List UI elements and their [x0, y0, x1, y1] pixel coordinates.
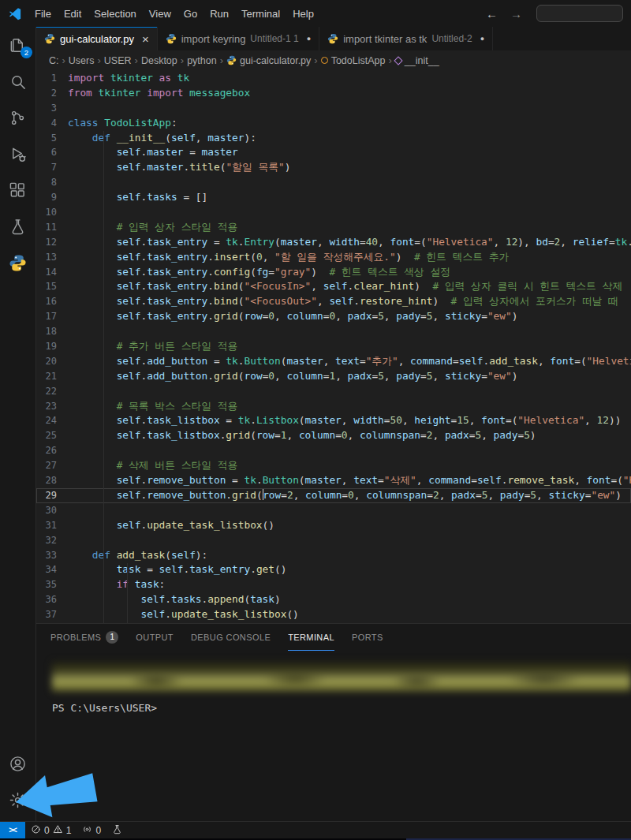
code-line[interactable]: 12 self.task_entry = tk.Entry(master, wi… — [36, 235, 631, 250]
run-debug-icon[interactable] — [0, 136, 35, 172]
line-number[interactable]: 21 — [36, 369, 68, 384]
code-line[interactable]: 20 self.add_button = tk.Button(master, t… — [36, 354, 631, 369]
code-line[interactable]: 15 self.task_entry.bind("<FocusIn>", sel… — [36, 279, 631, 294]
menu-selection[interactable]: Selection — [88, 5, 142, 23]
line-number[interactable]: 23 — [36, 399, 68, 414]
code-line[interactable]: 21 self.add_button.grid(row=0, column=1,… — [36, 369, 631, 384]
breadcrumb-item-desktop[interactable]: Desktop — [141, 55, 177, 66]
code-line[interactable]: 30 — [36, 503, 631, 518]
line-number[interactable]: 25 — [36, 428, 68, 443]
line-number[interactable]: 4 — [36, 116, 68, 131]
line-number[interactable]: 12 — [36, 235, 68, 250]
testing-status[interactable] — [106, 822, 128, 838]
code-line[interactable]: 1import tkinter as tk — [36, 71, 631, 86]
panel-tab-ports[interactable]: PORTS — [352, 624, 383, 651]
code-line[interactable]: 33 def add_task(self): — [36, 548, 631, 563]
line-number[interactable]: 2 — [36, 86, 68, 101]
line-number[interactable]: 11 — [36, 220, 68, 235]
code-line[interactable]: 14 self.task_entry.config(fg="gray") # 힌… — [36, 265, 631, 280]
code-line[interactable]: 16 self.task_entry.bind("<FocusOut>", se… — [36, 294, 631, 309]
line-number[interactable]: 22 — [36, 384, 68, 399]
code-line[interactable]: 24 self.task_listbox = tk.Listbox(master… — [36, 413, 631, 428]
breadcrumb-item-c[interactable]: C: — [49, 55, 59, 66]
line-number[interactable]: 17 — [36, 309, 68, 324]
code-line[interactable]: 11 # 입력 상자 스타일 적용 — [36, 220, 631, 235]
breadcrumb-item-user[interactable]: USER — [104, 55, 132, 66]
line-number[interactable]: 8 — [36, 175, 68, 190]
line-number[interactable]: 35 — [36, 577, 68, 592]
problems-status[interactable]: 0 1 — [25, 822, 77, 838]
code-line[interactable]: 19 # 추가 버튼 스타일 적용 — [36, 339, 631, 354]
code-line[interactable]: 25 self.task_listbox.grid(row=1, column=… — [36, 428, 631, 443]
code-line[interactable]: 18 — [36, 324, 631, 339]
panel-tab-terminal[interactable]: TERMINAL — [288, 624, 334, 651]
code-line[interactable]: 28 self.remove_button = tk.Button(master… — [36, 473, 631, 488]
code-editor[interactable]: 1import tkinter as tk2from tkinter impor… — [36, 70, 631, 623]
code-line[interactable]: 5 def __init__(self, master): — [36, 131, 631, 146]
line-number[interactable]: 18 — [36, 324, 68, 339]
terminal[interactable]: PS C:\Users\USER> — [36, 651, 631, 821]
code-line[interactable]: 8 — [36, 175, 631, 190]
line-number[interactable]: 9 — [36, 190, 68, 205]
breadcrumb-item-init[interactable]: __init__ — [395, 55, 439, 66]
line-number[interactable]: 27 — [36, 458, 68, 473]
line-number[interactable]: 7 — [36, 160, 68, 175]
menu-run[interactable]: Run — [203, 5, 235, 23]
tab-import-tkinter-as-tk[interactable]: import tkinter as tkUntitled-2● — [319, 27, 493, 50]
menu-file[interactable]: File — [28, 5, 58, 23]
menu-terminal[interactable]: Terminal — [235, 5, 286, 23]
code-line[interactable]: 10 — [36, 205, 631, 220]
code-line[interactable]: 7 self.master.title("할일 목록") — [36, 160, 631, 175]
forward-arrow-icon[interactable]: → — [504, 7, 528, 21]
line-number[interactable]: 13 — [36, 250, 68, 265]
code-line[interactable]: 23 # 목록 박스 스타일 적용 — [36, 399, 631, 414]
code-line[interactable]: 9 self.tasks = [] — [36, 190, 631, 205]
ports-status[interactable]: 0 — [77, 822, 106, 838]
panel-tab-problems[interactable]: PROBLEMS1 — [50, 624, 118, 651]
command-center[interactable] — [536, 5, 623, 22]
menu-go[interactable]: Go — [177, 5, 203, 23]
testing-icon[interactable] — [0, 208, 35, 245]
code-line[interactable]: 13 self.task_entry.insert(0, "할 일을 작성해주세… — [36, 250, 631, 265]
line-number[interactable]: 19 — [36, 339, 68, 354]
line-number[interactable]: 15 — [36, 279, 68, 294]
line-number[interactable]: 10 — [36, 205, 68, 220]
search-icon[interactable] — [0, 63, 35, 99]
code-line[interactable]: 38 self.task_entry.delete(0, tk.END) — [36, 622, 631, 623]
panel-tab-output[interactable]: OUTPUT — [136, 624, 174, 651]
source-control-icon[interactable] — [0, 99, 35, 136]
code-line[interactable]: 37 self.update_task_listbox() — [36, 607, 631, 622]
line-number[interactable]: 1 — [36, 71, 68, 86]
tab-import-keyring[interactable]: import keyringUntitled-1 1● — [158, 27, 319, 50]
code-line[interactable]: 26 — [36, 443, 631, 458]
line-number[interactable]: 5 — [36, 131, 68, 146]
line-number[interactable]: 24 — [36, 413, 68, 428]
breadcrumb-item-python[interactable]: python — [187, 55, 217, 66]
back-arrow-icon[interactable]: ← — [480, 7, 504, 21]
python-icon[interactable] — [0, 245, 35, 281]
line-number[interactable]: 28 — [36, 473, 68, 488]
line-number[interactable]: 20 — [36, 354, 68, 369]
code-line[interactable]: 27 # 삭제 버튼 스타일 적용 — [36, 458, 631, 473]
menu-view[interactable]: View — [143, 5, 177, 23]
panel-tab-debug-console[interactable]: DEBUG CONSOLE — [191, 624, 271, 651]
line-number[interactable]: 34 — [36, 562, 68, 577]
code-line[interactable]: 36 self.tasks.append(task) — [36, 592, 631, 607]
line-number[interactable]: 29 — [36, 488, 68, 503]
line-number[interactable]: 32 — [36, 533, 68, 548]
code-line[interactable]: 29 self.remove_button.grid(row=2, column… — [36, 488, 631, 503]
tab-gui-calculator-py[interactable]: gui-calculator.py× — [36, 27, 158, 50]
code-line[interactable]: 3 — [36, 101, 631, 116]
line-number[interactable]: 33 — [36, 548, 68, 563]
menu-edit[interactable]: Edit — [58, 5, 88, 23]
close-icon[interactable]: × — [142, 32, 149, 46]
code-line[interactable]: 31 self.update_task_listbox() — [36, 518, 631, 533]
explorer-icon[interactable]: 2 — [0, 27, 35, 63]
line-number[interactable]: 6 — [36, 145, 68, 160]
menu-help[interactable]: Help — [286, 5, 320, 23]
code-line[interactable]: 35 if task: — [36, 577, 631, 592]
code-line[interactable]: 4class TodoListApp: — [36, 116, 631, 131]
breadcrumb-item-users[interactable]: Users — [69, 55, 95, 66]
line-number[interactable]: 16 — [36, 294, 68, 309]
line-number[interactable]: 36 — [36, 592, 68, 607]
